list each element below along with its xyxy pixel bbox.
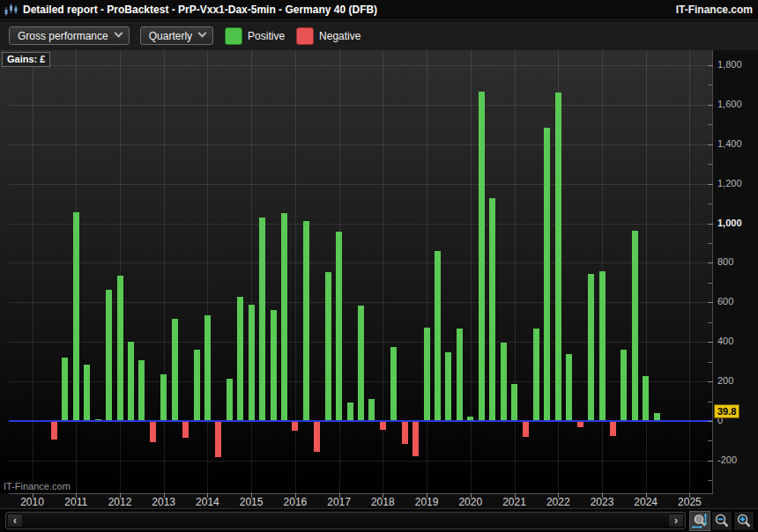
gains-bar-chart[interactable]: -20002004006008001,0001,2001,4001,6001,8…	[0, 50, 758, 508]
gain-bar	[577, 421, 583, 427]
gain-bar	[117, 276, 123, 421]
plot-background	[0, 50, 712, 493]
gain-bar	[138, 360, 145, 421]
gain-bar	[489, 198, 495, 421]
v-gridline	[120, 50, 121, 493]
y-axis-tick	[708, 144, 713, 145]
h-gridline	[9, 105, 712, 106]
gain-bar	[445, 352, 451, 421]
gain-bar	[457, 329, 463, 421]
gain-bar	[347, 403, 353, 421]
v-gridline	[207, 50, 208, 493]
y-axis-label: 1,600	[717, 99, 756, 109]
y-axis-minor-tick	[708, 322, 712, 323]
x-axis-year-label: 2018	[363, 496, 402, 508]
h-gridline	[9, 224, 712, 225]
magnifier-minus-icon	[713, 513, 731, 530]
h-gridline	[9, 144, 712, 145]
y-axis-tick	[708, 302, 713, 303]
h-gridline	[9, 184, 712, 185]
x-axis-year-label: 2014	[188, 496, 227, 508]
gain-bar	[588, 274, 594, 421]
x-axis-year-label: 2019	[407, 496, 446, 508]
x-axis-year-label: 2020	[451, 496, 490, 508]
gain-bar	[566, 354, 572, 421]
gain-bar	[424, 328, 430, 421]
brand-label: IT-Finance.com	[676, 4, 753, 16]
y-axis-label: 1,200	[717, 178, 756, 188]
y-axis-label: 1,000	[717, 218, 756, 228]
gain-bar	[610, 421, 616, 436]
gain-bar	[150, 421, 156, 442]
gain-bar	[62, 358, 68, 421]
y-axis-label: 400	[717, 336, 756, 346]
horizontal-scrollbar[interactable]: ‹ ›	[5, 512, 686, 529]
gain-bar	[523, 421, 529, 437]
y-axis-tick	[708, 224, 713, 225]
v-gridline	[427, 50, 427, 493]
h-gridline	[9, 262, 712, 263]
gain-bar	[128, 342, 134, 421]
negative-legend-label: Negative	[319, 30, 360, 42]
gain-bar	[303, 221, 309, 421]
scroll-left-button[interactable]: ‹	[7, 514, 23, 528]
candlestick-chart-icon	[4, 3, 19, 18]
gain-bar	[227, 379, 233, 421]
toolbar: Gross performance Quarterly Positive Neg…	[0, 21, 758, 50]
gain-bar	[259, 218, 265, 421]
h-gridline	[9, 302, 712, 303]
gain-bar	[632, 231, 638, 421]
gain-bar	[281, 213, 287, 421]
period-dropdown-value: Quarterly	[149, 30, 192, 42]
window-title: Detailed report - ProBacktest - PrP-Vxx1…	[23, 4, 377, 16]
y-axis-minor-tick	[708, 283, 712, 284]
gain-bar	[479, 92, 485, 421]
y-axis-label: 800	[717, 256, 756, 267]
y-axis-tick	[708, 381, 713, 382]
v-gridline	[515, 50, 516, 493]
gain-bar	[84, 365, 90, 421]
magnifier-plus-icon	[735, 513, 753, 530]
y-axis-tick	[708, 342, 713, 343]
gain-bar	[194, 350, 200, 421]
x-axis-year-label: 2024	[627, 496, 665, 508]
gain-bar	[237, 297, 243, 421]
gain-bar	[160, 374, 167, 421]
y-axis-label: 200	[717, 375, 756, 386]
h-gridline	[9, 65, 712, 66]
metric-dropdown-value: Gross performance	[18, 30, 108, 42]
gain-bar	[412, 421, 419, 456]
gain-bar	[249, 305, 255, 421]
v-gridline	[646, 50, 647, 493]
y-axis-minor-tick	[708, 440, 712, 441]
gain-bar	[215, 421, 221, 457]
gain-bar	[292, 421, 298, 431]
gain-bar	[544, 128, 550, 421]
y-axis-minor-tick	[708, 203, 712, 204]
chevron-down-icon	[198, 29, 207, 38]
period-dropdown[interactable]: Quarterly	[140, 26, 213, 45]
metric-dropdown[interactable]: Gross performance	[9, 26, 130, 45]
probacktest-report-window: Detailed report - ProBacktest - PrP-Vxx1…	[0, 0, 758, 532]
gain-bar	[555, 92, 561, 421]
y-axis-tick	[708, 65, 713, 66]
adjust-scale-button[interactable]	[689, 511, 710, 531]
gain-bar	[368, 399, 375, 421]
scroll-right-icon: ›	[674, 515, 678, 526]
v-gridline	[164, 50, 165, 493]
gain-bar	[336, 232, 342, 421]
h-gridline	[9, 461, 712, 462]
magnifier-arrows-icon	[691, 513, 709, 530]
y-axis-minor-tick	[708, 243, 712, 244]
watermark-label: IT-Finance.com	[4, 481, 71, 491]
x-axis-year-label: 2017	[320, 496, 359, 508]
gain-bar	[358, 306, 364, 421]
zoom-in-button[interactable]	[733, 511, 754, 531]
y-axis-tick	[708, 105, 713, 106]
y-axis-line	[712, 50, 713, 493]
y-axis-tick	[708, 461, 713, 462]
scroll-right-button[interactable]: ›	[668, 514, 684, 528]
gain-bar	[533, 329, 539, 421]
zoom-out-button[interactable]	[711, 511, 732, 531]
gain-bar	[435, 251, 441, 421]
